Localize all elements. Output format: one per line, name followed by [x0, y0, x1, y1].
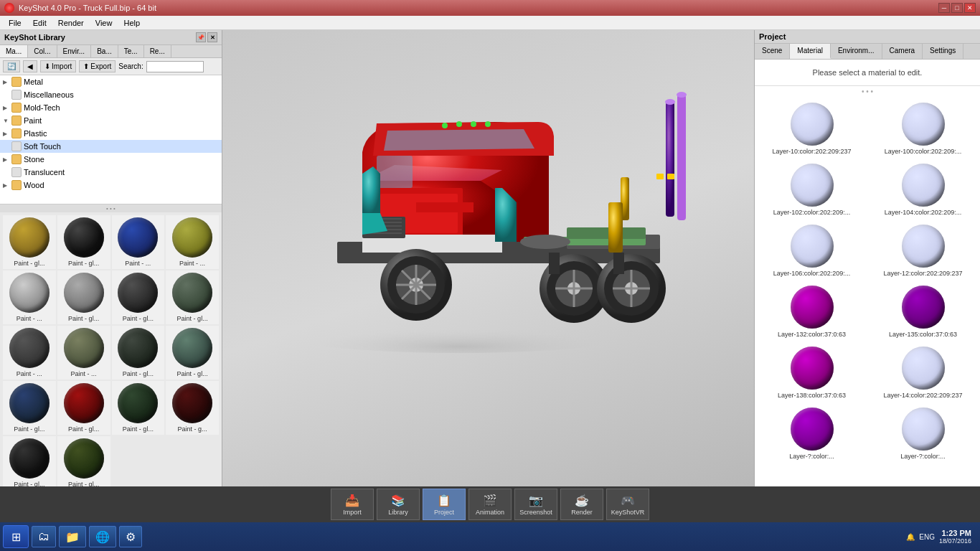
swatch-label: Paint - gl...: [114, 370, 163, 377]
menu-render[interactable]: Render: [52, 17, 90, 29]
3d-viewport[interactable]: [222, 30, 754, 486]
swatch-item[interactable]: Paint - ...: [57, 326, 110, 380]
library-toolbar: 🔄 ◀ ⬇ Import ⬆ Export Search:: [0, 58, 222, 75]
menu-file[interactable]: File: [3, 17, 27, 29]
bottom-toolbar: 📥Import📚Library📋Project🎬Animation📷Screen…: [0, 486, 980, 522]
back-button[interactable]: ◀: [23, 60, 37, 72]
material-cell[interactable]: Layer-106:color:202:209:...: [758, 222, 866, 280]
svg-rect-48: [549, 253, 560, 274]
swatch-item[interactable]: Paint - gl...: [57, 270, 110, 324]
swatch-item[interactable]: Paint - gl...: [112, 326, 165, 380]
material-cell[interactable]: Layer-?:color:...: [758, 405, 866, 463]
svg-rect-26: [608, 202, 623, 253]
swatch-item[interactable]: Paint - gl...: [57, 215, 110, 269]
file-icon: [11, 141, 22, 151]
swatch-item[interactable]: Paint - g...: [166, 381, 219, 435]
toolbar-library-button[interactable]: 📚Library: [377, 489, 420, 520]
material-cell[interactable]: Layer-?:color:...: [869, 405, 977, 463]
library-pin-button[interactable]: 📌: [196, 32, 206, 42]
material-cell[interactable]: Layer-138:color:37:0:63: [758, 344, 866, 402]
tree-item-plastic[interactable]: ▶ Plastic: [0, 127, 222, 140]
swatch-item[interactable]: Paint - gl...: [57, 381, 110, 435]
swatch-ball: [118, 328, 158, 368]
folder-icon: [11, 128, 22, 138]
swatch-item[interactable]: Paint - gl...: [166, 270, 219, 324]
swatch-item[interactable]: Paint - gl...: [112, 381, 165, 435]
tree-item-translucent[interactable]: Translucent: [0, 166, 222, 179]
file-icon: [11, 167, 22, 177]
material-cell[interactable]: Layer-135:color:37:0:63: [869, 283, 977, 341]
tree-item-label: Miscellaneous: [24, 90, 74, 99]
swatch-item[interactable]: Paint - ...: [3, 326, 56, 380]
tab-material[interactable]: Material: [790, 44, 831, 59]
tree-item-paint[interactable]: ▼ Paint: [0, 114, 222, 127]
material-cell[interactable]: Layer-104:color:202:209:...: [869, 161, 977, 219]
maximize-button[interactable]: □: [951, 3, 963, 13]
tab-camera[interactable]: Camera: [882, 44, 923, 59]
material-cell[interactable]: Layer-132:color:37:0:63: [758, 283, 866, 341]
swatch-item[interactable]: Paint - gl...: [166, 326, 219, 380]
tree-item-metal[interactable]: ▶ Metal: [0, 75, 222, 88]
library-icon: 📚: [391, 494, 405, 507]
swatch-item[interactable]: Paint - gl...: [3, 381, 56, 435]
swatch-item[interactable]: Paint - gl...: [112, 270, 165, 324]
search-input[interactable]: [146, 61, 204, 72]
taskbar-chrome[interactable]: 🌐: [89, 526, 116, 547]
swatch-item[interactable]: Paint - ...: [166, 215, 219, 269]
swatch-label: Paint - ...: [5, 370, 54, 377]
start-button[interactable]: ⊞: [3, 525, 29, 548]
swatch-label: Paint - gl...: [60, 425, 108, 433]
tab-scene[interactable]: Scene: [755, 44, 790, 59]
toolbar-animation-button[interactable]: 🎬Animation: [468, 489, 512, 520]
import-button[interactable]: ⬇ Import: [40, 60, 76, 72]
lib-tab-environments[interactable]: Envir...: [57, 45, 92, 57]
toolbar-project-button[interactable]: 📋Project: [423, 489, 466, 520]
taskbar-folder[interactable]: 📁: [59, 526, 86, 547]
taskbar-settings[interactable]: ⚙: [119, 526, 142, 547]
menu-view[interactable]: View: [90, 17, 118, 29]
lib-tab-colors[interactable]: Col...: [28, 45, 57, 57]
resize-handle[interactable]: • • •: [0, 204, 222, 212]
svg-rect-23: [667, 174, 674, 179]
library-title-bar: KeyShot Library 📌 ✕: [0, 30, 222, 45]
swatch-item[interactable]: Paint - gl...: [3, 436, 56, 486]
tree-item-label: Soft Touch: [24, 142, 61, 151]
close-button[interactable]: ✕: [964, 3, 976, 13]
toolbar-import-button[interactable]: 📥Import: [331, 489, 374, 520]
menu-edit[interactable]: Edit: [27, 17, 52, 29]
tree-item-wood[interactable]: ▶ Wood: [0, 179, 222, 192]
svg-point-16: [665, 99, 675, 105]
material-cell[interactable]: Layer-14:color:202:209:237: [869, 344, 977, 402]
material-cell[interactable]: Layer-10:color:202:209:237: [758, 100, 866, 158]
menu-help[interactable]: Help: [118, 17, 146, 29]
swatch-item[interactable]: Paint - ...: [112, 215, 165, 269]
toolbar-render-button[interactable]: ☕Render: [560, 489, 603, 520]
material-cell[interactable]: Layer-12:color:202:209:237: [869, 222, 977, 280]
minimize-button[interactable]: ─: [938, 3, 950, 13]
refresh-button[interactable]: 🔄: [3, 60, 20, 72]
tab-environment[interactable]: Environm...: [831, 44, 882, 59]
swatch-label: Paint - gl...: [60, 481, 108, 486]
taskbar-file-explorer[interactable]: 🗂: [32, 526, 56, 547]
lib-tab-textures[interactable]: Te...: [118, 45, 144, 57]
tree-item-stone[interactable]: ▶ Stone: [0, 153, 222, 166]
lib-tab-backplates[interactable]: Ba...: [91, 45, 118, 57]
swatch-item[interactable]: Paint - gl...: [3, 215, 56, 269]
material-cell[interactable]: Layer-100:color:202:209:...: [869, 100, 977, 158]
svg-rect-3: [377, 156, 413, 188]
tree-item-softtouch[interactable]: Soft Touch: [0, 140, 222, 153]
material-cell[interactable]: Layer-102:color:202:209:...: [758, 161, 866, 219]
swatch-label: Paint - ...: [60, 370, 108, 377]
lib-tab-materials[interactable]: Ma...: [0, 45, 28, 57]
tree-item-moldtech[interactable]: ▶ Mold-Tech: [0, 101, 222, 114]
toolbar-screenshot-button[interactable]: 📷Screenshot: [514, 489, 557, 520]
toolbar-keyshotvr-button[interactable]: 🎮KeyShotVR: [606, 489, 649, 520]
swatch-ball: [9, 273, 50, 313]
swatch-item[interactable]: Paint - gl...: [57, 436, 110, 486]
lib-tab-recent[interactable]: Re...: [144, 45, 171, 57]
export-button[interactable]: ⬆ Export: [79, 60, 116, 72]
tab-settings[interactable]: Settings: [923, 44, 963, 59]
tree-item-miscellaneous[interactable]: Miscellaneous: [0, 88, 222, 101]
swatch-item[interactable]: Paint - ...: [3, 270, 56, 324]
library-close-button[interactable]: ✕: [207, 32, 217, 42]
